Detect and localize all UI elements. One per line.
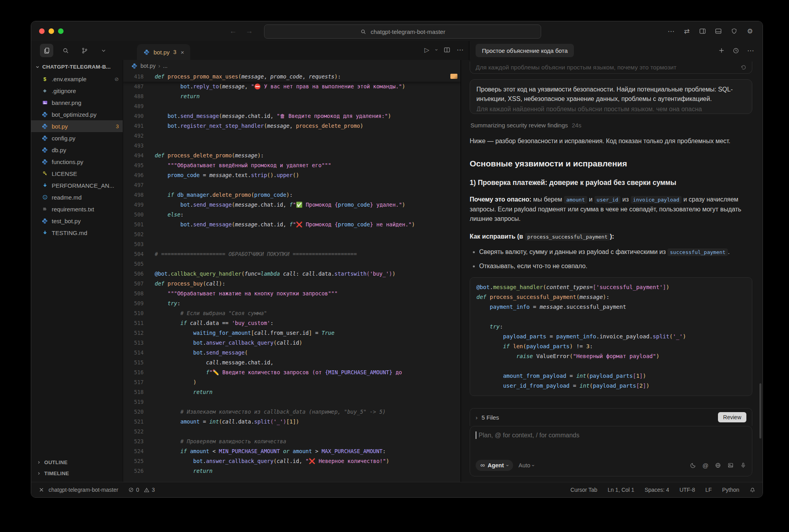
- chat-history-icon[interactable]: [733, 47, 739, 54]
- review-button[interactable]: Review: [718, 412, 746, 422]
- status-item-lf[interactable]: LF: [705, 487, 712, 493]
- close-tab-icon[interactable]: ×: [181, 49, 184, 56]
- search-panel-icon[interactable]: [59, 44, 72, 57]
- status-item-utf-8[interactable]: UTF-8: [679, 487, 695, 493]
- file-item-requirements-txt[interactable]: requirements.txt: [31, 203, 123, 215]
- line-number: 517: [123, 377, 144, 387]
- remote-tools-icon[interactable]: [38, 487, 45, 493]
- app-window: ← → chatgpt-telegram-bot-master ⋯ ⇄ ⚙: [31, 21, 763, 498]
- explorer-icon[interactable]: [40, 44, 53, 57]
- run-options-chevron-icon[interactable]: ›: [433, 49, 439, 50]
- chat-more-icon[interactable]: ⋯: [747, 47, 754, 55]
- bell-icon[interactable]: [750, 487, 755, 493]
- forward-arrow-icon[interactable]: →: [246, 27, 253, 35]
- status-item-cursor-tab[interactable]: Cursor Tab: [570, 487, 597, 493]
- assistant-code-block[interactable]: @bot.message_handler(content_types=['suc…: [470, 277, 752, 396]
- code-line: 498 if db_manager.delete_promo(promo_cod…: [123, 190, 461, 200]
- file-item-bot-py[interactable]: bot.py3: [31, 120, 123, 132]
- gitignored-icon: ⊘: [114, 76, 119, 82]
- markdown-file-icon: [41, 230, 48, 236]
- toggle-panel-icon[interactable]: [714, 27, 722, 35]
- outline-section[interactable]: OUTLINE: [31, 457, 123, 468]
- back-arrow-icon[interactable]: ←: [229, 27, 237, 35]
- code-line: 489: [123, 101, 461, 111]
- line-number: 495: [123, 161, 144, 170]
- workspace-name[interactable]: chatgpt-telegram-bot-master: [49, 487, 118, 493]
- toggle-sidebar-icon[interactable]: [699, 27, 707, 35]
- project-root-folder[interactable]: CHATGPT-TELEGRAM-B...: [31, 60, 123, 73]
- shield-icon[interactable]: [730, 27, 738, 35]
- line-number: 499: [123, 200, 144, 210]
- txt-file-icon: [41, 206, 48, 213]
- line-number: 516: [123, 368, 144, 377]
- mention-icon[interactable]: @: [703, 462, 708, 469]
- line-number: 418: [123, 72, 144, 82]
- source-control-icon[interactable]: [78, 44, 91, 57]
- file-name: db.py: [52, 147, 119, 153]
- file-item-config-py[interactable]: config.py: [31, 132, 123, 144]
- chat-scroll[interactable]: Для каждой проблемы объясни простым язык…: [470, 60, 752, 408]
- file-item-performance-an-[interactable]: PERFORMANCE_AN...: [31, 179, 123, 191]
- code-line: 496 promo_code = message.text.strip().up…: [123, 170, 461, 180]
- model-selector[interactable]: Auto ›: [519, 462, 534, 469]
- project-label: CHATGPT-TELEGRAM-B...: [42, 64, 111, 70]
- line-number: 510: [123, 308, 144, 318]
- breadcrumb[interactable]: bot.py › ...: [123, 60, 461, 72]
- new-chat-icon[interactable]: [718, 47, 725, 54]
- code-area[interactable]: 418def process_promo_max_uses(message, p…: [123, 72, 461, 482]
- code-line: 507def process_buy(call):: [123, 279, 461, 289]
- thinking-status[interactable]: Summarizing security review findings 24s: [470, 122, 752, 129]
- problems-indicator[interactable]: 0 3: [128, 487, 155, 493]
- more-actions-icon[interactable]: ⋯: [667, 27, 675, 35]
- ai-chat-panel: Для каждой проблемы объясни простым язык…: [461, 60, 763, 482]
- file-item-functions-py[interactable]: functions.py: [31, 156, 123, 168]
- file-item-readme-md[interactable]: readme.md: [31, 191, 123, 203]
- file-item--env-example[interactable]: $.env.example⊘: [31, 73, 123, 85]
- snooze-icon[interactable]: [690, 462, 696, 469]
- line-number: 525: [123, 456, 144, 466]
- file-name: config.py: [52, 135, 119, 142]
- file-item-testing-md[interactable]: TESTING.md: [31, 227, 123, 239]
- explorer-sidebar: CHATGPT-TELEGRAM-B... $.env.example⊘.git…: [31, 60, 123, 482]
- run-python-icon[interactable]: ▷: [424, 46, 429, 54]
- file-item-test-bot-py[interactable]: test_bot.py: [31, 215, 123, 227]
- code-line: 488 return: [123, 91, 461, 101]
- line-number: 491: [123, 121, 144, 131]
- restore-checkpoint-icon[interactable]: [740, 65, 746, 71]
- chat-input-box[interactable]: Plan, @ for context, / for commands ∞ Ag…: [470, 426, 752, 476]
- web-icon[interactable]: [715, 462, 721, 469]
- file-item-banner-png[interactable]: banner.png: [31, 97, 123, 108]
- line-number: 524: [123, 446, 144, 456]
- split-editor-icon[interactable]: [444, 47, 450, 53]
- code-editor: bot.py › ... 418def process_promo_max_us…: [123, 60, 461, 482]
- file-name: LICENSE: [52, 170, 119, 177]
- tab-bot-py[interactable]: bot.py 3 ×: [137, 44, 190, 60]
- code-line: 506@bot.callback_query_handler(func=lamb…: [123, 269, 461, 279]
- file-item-bot-optimized-py[interactable]: bot_optimized.py: [31, 108, 123, 120]
- status-item-ln-1-col-1[interactable]: Ln 1, Col 1: [607, 487, 634, 493]
- chat-scrollbar-thumb[interactable]: [759, 383, 761, 439]
- status-bar: chatgpt-telegram-bot-master 0 3 Cursor T…: [31, 482, 763, 497]
- editor-more-icon[interactable]: ⋯: [457, 46, 463, 54]
- toggle-tabs-icon[interactable]: ⇄: [683, 27, 691, 35]
- timeline-section[interactable]: TIMELINE: [31, 468, 123, 479]
- zoom-window-button[interactable]: [58, 28, 64, 34]
- file-name: test_bot.py: [52, 218, 119, 224]
- chat-tab[interactable]: Простое объяснение кода бота: [476, 44, 574, 57]
- status-item-python[interactable]: Python: [722, 487, 739, 493]
- microphone-icon[interactable]: [740, 462, 746, 469]
- agent-mode-selector[interactable]: ∞ Agent ›: [476, 460, 513, 471]
- close-window-button[interactable]: [39, 28, 45, 34]
- command-center-search[interactable]: chatgpt-telegram-bot-master: [264, 24, 541, 39]
- file-item-license[interactable]: LICENSE: [31, 168, 123, 179]
- file-item--gitignore[interactable]: .gitignore: [31, 85, 123, 97]
- file-item-db-py[interactable]: db.py: [31, 144, 123, 156]
- changed-files-bar[interactable]: › 5 Files Review: [470, 408, 752, 426]
- code-line: 517 ): [123, 377, 461, 387]
- chevron-down-icon[interactable]: [97, 44, 110, 57]
- gear-icon[interactable]: ⚙: [746, 27, 754, 35]
- status-item-spaces-4[interactable]: Spaces: 4: [645, 487, 669, 493]
- image-attach-icon[interactable]: [727, 462, 734, 469]
- minimize-window-button[interactable]: [49, 28, 54, 34]
- file-name: functions.py: [52, 159, 119, 165]
